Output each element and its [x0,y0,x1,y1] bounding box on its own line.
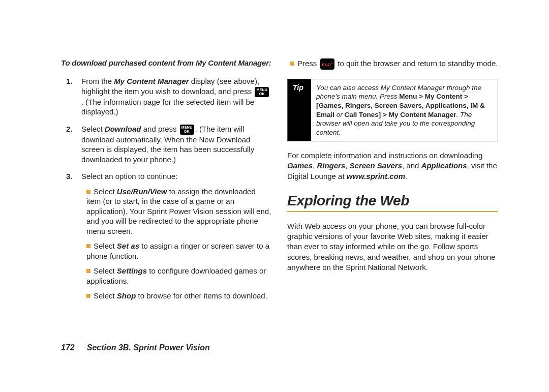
bullet-icon [86,190,90,194]
download-steps: 1. From the My Content Manager display (… [66,76,272,301]
manual-page: To download purchased content from My Co… [0,0,549,392]
page-footer: 172Section 3B. Sprint Power Vision [61,343,210,352]
complete-info-paragraph: For complete information and instruction… [287,150,498,182]
menu-ok-key-icon: MENUOK [180,125,194,135]
tip-box: Tip You can also access My Content Manag… [287,79,498,141]
tip-label: Tip [288,79,311,141]
section-title: Section 3B. Sprint Power Vision [87,343,210,352]
sub-shop: Select Shop to browse for other items to… [86,291,272,301]
step-1: 1. From the My Content Manager display (… [66,76,272,117]
tip-body: You can also access My Content Manager t… [311,79,498,141]
sub-set-as: Select Set as to assign a ringer or scre… [86,241,272,261]
right-column: Press ENDo to quit the browser and retur… [287,58,498,308]
page-number: 172 [61,343,75,352]
left-column: To download purchased content from My Co… [61,58,272,308]
step-1-text: From the My Content Manager display (see… [81,77,270,116]
step-3: 3. Select an option to continue: Select … [66,171,272,301]
step-3-subitems: Select Use/Run/View to assign the downlo… [81,187,272,301]
bullet-icon [86,244,90,248]
step-number: 2. [66,124,73,134]
bullet-icon [290,62,294,66]
step-2-text: Select Download and press MENUOK. (The i… [81,125,254,164]
two-column-layout: To download purchased content from My Co… [61,58,498,308]
heading-rule [287,211,498,212]
press-end-item: Press ENDo to quit the browser and retur… [287,58,498,70]
menu-ok-key-icon: MENUOK [255,87,269,97]
step-3-text: Select an option to continue: [81,172,177,180]
section-heading: Exploring the Web [287,193,498,209]
download-intro: To download purchased content from My Co… [61,58,272,67]
sub-use-run-view: Select Use/Run/View to assign the downlo… [86,187,272,236]
end-key-icon: ENDo [320,58,335,70]
step-2: 2. Select Download and press MENUOK. (Th… [66,124,272,165]
exploring-web-body: With Web access on your phone, you can b… [287,221,498,273]
bullet-icon [86,294,90,298]
sub-settings: Select Settings to configure downloaded … [86,266,272,286]
step-number: 1. [66,76,73,86]
step-number: 3. [66,171,73,182]
bullet-icon [86,269,90,273]
